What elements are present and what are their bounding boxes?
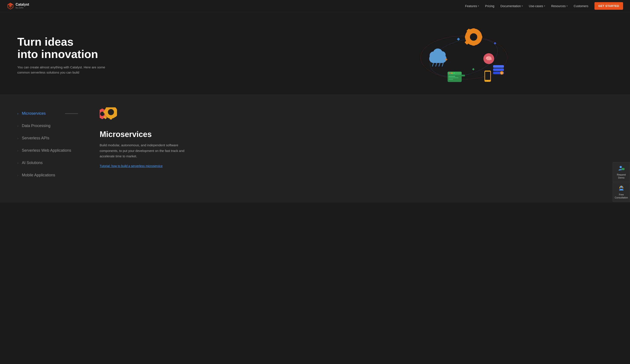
nav-item-customers[interactable]: Customers bbox=[571, 2, 591, 9]
navbar: Catalyst by Zoho Features ▾ Pricing Docu… bbox=[0, 0, 630, 12]
brand-name: Catalyst bbox=[16, 3, 29, 6]
svg-rect-19 bbox=[465, 36, 468, 38]
sidebar-item-label: Microservices bbox=[22, 111, 46, 116]
svg-rect-57 bbox=[115, 111, 117, 113]
svg-rect-27 bbox=[493, 68, 504, 71]
svg-rect-42 bbox=[449, 79, 453, 80]
svg-rect-68 bbox=[622, 187, 623, 188]
nav-logo[interactable]: Catalyst by Zoho bbox=[7, 2, 29, 9]
free-consultation-icon bbox=[618, 185, 625, 192]
logo-text: Catalyst by Zoho bbox=[16, 3, 29, 9]
svg-rect-56 bbox=[110, 116, 112, 119]
nav-item-pricing[interactable]: Pricing bbox=[482, 2, 497, 9]
svg-rect-55 bbox=[110, 107, 112, 108]
svg-point-15 bbox=[471, 34, 476, 40]
sidebar-item-mobile-applications[interactable]: › Mobile Applications bbox=[17, 169, 74, 181]
request-demo-icon: › bbox=[618, 165, 625, 172]
chevron-right-icon: › bbox=[17, 112, 18, 115]
svg-point-48 bbox=[101, 113, 104, 115]
svg-text:⚙: ⚙ bbox=[501, 72, 502, 74]
svg-text:›: › bbox=[623, 168, 624, 170]
svg-rect-45 bbox=[494, 42, 496, 44]
svg-line-11 bbox=[436, 63, 437, 66]
sidebar-item-label: Data Processing bbox=[22, 124, 50, 128]
svg-rect-49 bbox=[102, 109, 103, 111]
svg-point-38 bbox=[451, 72, 452, 74]
svg-rect-16 bbox=[472, 28, 475, 32]
nav-item-resources[interactable]: Resources ▾ bbox=[548, 2, 570, 9]
svg-rect-46 bbox=[472, 68, 474, 70]
free-consultation-button[interactable]: Free Consultation bbox=[613, 182, 630, 202]
sidebar-item-label: AI Solutions bbox=[22, 161, 43, 165]
sidebar-item-label: Mobile Applications bbox=[22, 173, 55, 178]
request-demo-button[interactable]: › Request Demo bbox=[613, 162, 630, 182]
nav-link-pricing[interactable]: Pricing bbox=[482, 2, 497, 9]
chevron-right-icon: › bbox=[17, 161, 18, 165]
sidebar-item-serverless-web-apps[interactable]: › Serverless Web Applications bbox=[17, 144, 74, 157]
sidebar-item-microservices[interactable]: › Microservices bbox=[17, 107, 74, 120]
nav-links: Features ▾ Pricing Documentation ▾ Use-c… bbox=[462, 2, 591, 9]
floating-panel: › Request Demo Free Consultation bbox=[613, 162, 630, 202]
svg-text:🧠: 🧠 bbox=[486, 55, 492, 62]
chevron-right-icon: › bbox=[17, 137, 18, 140]
svg-rect-17 bbox=[472, 42, 475, 46]
nav-item-use-cases[interactable]: Use-cases ▾ bbox=[526, 2, 548, 9]
svg-point-33 bbox=[487, 80, 488, 82]
chevron-down-icon: ▾ bbox=[544, 5, 545, 7]
svg-line-10 bbox=[432, 63, 434, 66]
detail-title: Microservices bbox=[100, 130, 617, 139]
svg-point-9 bbox=[439, 51, 446, 58]
svg-rect-32 bbox=[485, 72, 490, 80]
svg-line-12 bbox=[439, 63, 440, 66]
sidebar-item-label: Serverless APIs bbox=[22, 136, 50, 141]
nav-link-use-cases[interactable]: Use-cases ▾ bbox=[526, 2, 548, 9]
orbit-illustration: 🧠 ⚙ bbox=[412, 25, 516, 86]
detail-description: Build modular, autonomous, and independe… bbox=[100, 142, 195, 159]
sidebar-item-label: Serverless Web Applications bbox=[22, 148, 71, 153]
sidebar-item-ai-solutions[interactable]: › AI Solutions bbox=[17, 157, 74, 169]
hero-section: Turn ideas into innovation You can creat… bbox=[0, 12, 630, 94]
hero-text: Turn ideas into innovation You can creat… bbox=[17, 36, 315, 75]
microservices-icon bbox=[100, 107, 117, 125]
main-content: › Microservices › Data Processing › Serv… bbox=[0, 94, 630, 202]
svg-rect-50 bbox=[102, 117, 103, 119]
chevron-down-icon: ▾ bbox=[478, 5, 479, 7]
detail-panel: Microservices Build modular, autonomous,… bbox=[82, 94, 630, 202]
detail-tutorial-link[interactable]: Tutorial: how to build a serverless micr… bbox=[100, 164, 617, 168]
sidebar-item-serverless-apis[interactable]: › Serverless APIs bbox=[17, 132, 74, 144]
svg-rect-67 bbox=[620, 187, 620, 188]
chevron-right-icon: › bbox=[17, 174, 18, 177]
chevron-right-icon: › bbox=[17, 124, 18, 128]
svg-rect-58 bbox=[104, 111, 106, 113]
sidebar-list: › Microservices › Data Processing › Serv… bbox=[0, 94, 82, 202]
nav-link-documentation[interactable]: Documentation ▾ bbox=[498, 2, 525, 9]
request-demo-label: Request Demo bbox=[614, 173, 628, 180]
free-consultation-label: Free Consultation bbox=[614, 193, 628, 199]
hero-subtitle: You can create almost anything with Cata… bbox=[17, 65, 113, 75]
chevron-right-icon: › bbox=[17, 149, 18, 152]
brand-byline: by Zoho bbox=[16, 6, 29, 9]
hero-visual: 🧠 ⚙ bbox=[315, 25, 613, 86]
chevron-down-icon: ▾ bbox=[566, 5, 568, 7]
svg-point-54 bbox=[109, 110, 113, 114]
svg-rect-40 bbox=[449, 76, 455, 77]
hero-title: Turn ideas into innovation bbox=[17, 36, 315, 60]
chevron-down-icon: ▾ bbox=[522, 5, 523, 7]
sidebar-divider bbox=[65, 113, 78, 114]
svg-line-13 bbox=[442, 63, 443, 66]
svg-rect-41 bbox=[449, 77, 458, 78]
nav-link-resources[interactable]: Resources ▾ bbox=[548, 2, 570, 9]
svg-rect-26 bbox=[493, 65, 504, 68]
catalyst-logo-icon bbox=[7, 2, 14, 9]
nav-link-features[interactable]: Features ▾ bbox=[462, 2, 482, 9]
nav-item-documentation[interactable]: Documentation ▾ bbox=[498, 2, 525, 9]
get-started-button[interactable]: GET STARTED bbox=[594, 2, 623, 10]
svg-rect-43 bbox=[457, 38, 460, 41]
svg-rect-18 bbox=[479, 36, 482, 38]
svg-point-37 bbox=[449, 72, 450, 74]
nav-link-customers[interactable]: Customers bbox=[571, 2, 591, 9]
svg-point-39 bbox=[454, 72, 455, 74]
nav-item-features[interactable]: Features ▾ bbox=[462, 2, 482, 9]
sidebar-item-data-processing[interactable]: › Data Processing bbox=[17, 120, 74, 132]
svg-point-63 bbox=[620, 166, 622, 168]
